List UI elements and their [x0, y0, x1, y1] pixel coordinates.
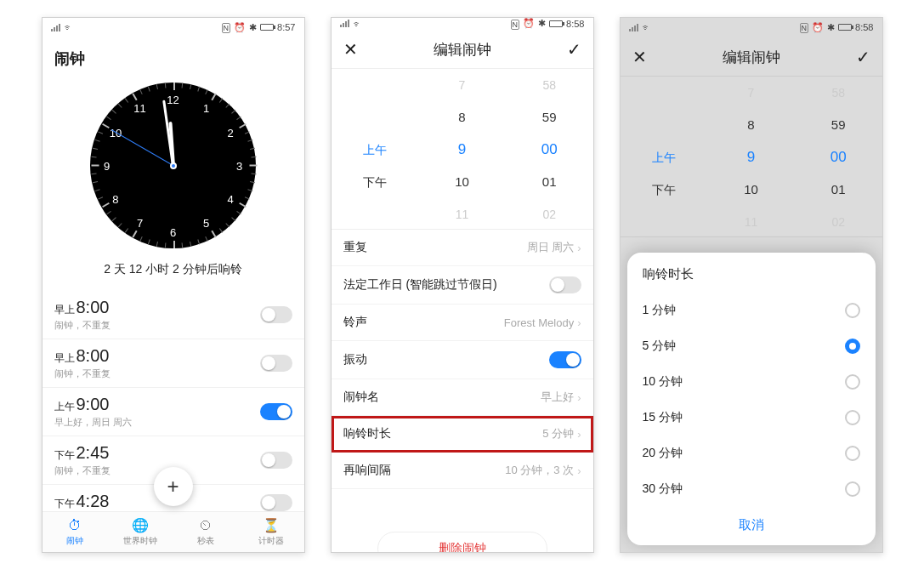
wifi-icon: ᯤ: [64, 22, 73, 32]
status-bar: ᯤ ⏰ ✱ 8:58: [621, 18, 882, 37]
screen-alarm-list: ᯤ ⏰ ✱ 8:57 闹钟 121234567891011 2 天 12 小时 …: [42, 17, 305, 553]
alarm-toggle[interactable]: [260, 494, 292, 511]
battery-icon: [260, 24, 274, 31]
row-holiday[interactable]: 法定工作日 (智能跳过节假日): [332, 266, 593, 305]
chevron-right-icon: ›: [577, 316, 581, 329]
confirm-icon[interactable]: ✓: [567, 39, 581, 60]
status-time: 8:58: [566, 19, 584, 29]
alarm-toggle[interactable]: [260, 452, 292, 469]
tab-world-clock[interactable]: 🌐世界时钟: [108, 512, 173, 552]
status-bar: ᯤ ⏰ ✱ 8:57: [43, 18, 304, 37]
nfc-icon: [222, 22, 231, 32]
alarm-toggle[interactable]: [260, 306, 292, 323]
signal-icon: [51, 24, 60, 31]
alarm-row[interactable]: 上午9:00早上好，周日 周六: [43, 388, 304, 436]
duration-option[interactable]: 30 分钟: [643, 471, 860, 507]
bottom-nav: ⏱闹钟 🌐世界时钟 ⏲秒表 ⏳计时器: [43, 511, 304, 552]
chevron-right-icon: ›: [577, 391, 581, 404]
battery-icon: [549, 20, 563, 27]
chevron-right-icon: ›: [577, 464, 581, 477]
row-repeat[interactable]: 重复 周日 周六›: [332, 230, 593, 266]
screen-duration-sheet: ᯤ ⏰ ✱ 8:58 ✕ 编辑闹钟 ✓ 上午 下午 7 8 9 10 11: [620, 17, 883, 553]
row-snooze[interactable]: 再响间隔 10 分钟，3 次›: [332, 453, 593, 489]
alarm-icon: ⏰: [234, 22, 246, 33]
confirm-icon[interactable]: ✓: [856, 47, 870, 67]
tab-alarm[interactable]: ⏱闹钟: [43, 512, 108, 552]
status-time: 8:57: [277, 22, 295, 32]
vibrate-toggle[interactable]: [549, 351, 581, 368]
page-title: 闹钟: [43, 37, 304, 74]
screen-edit-alarm: ᯤ ⏰ ✱ 8:58 ✕ 编辑闹钟 ✓ 上午 下午 7 8 9 10 11: [331, 17, 594, 553]
alarm-icon: ⏰: [523, 18, 535, 29]
alarm-icon: ⏰: [812, 22, 824, 33]
row-vibrate[interactable]: 振动: [332, 341, 593, 379]
radio-icon: [845, 446, 860, 461]
duration-option[interactable]: 5 分钟: [643, 328, 860, 364]
time-picker-dimmed: 上午 下午 7 8 9 10 11 58 59 00 01 02: [621, 77, 882, 237]
radio-icon: [845, 303, 860, 318]
alarm-toggle[interactable]: [260, 355, 292, 372]
alarm-settings: 重复 周日 周六› 法定工作日 (智能跳过节假日) 铃声 Forest Melo…: [332, 230, 593, 553]
alarm-toggle[interactable]: [260, 403, 292, 420]
analog-clock: 121234567891011 2 天 12 小时 2 分钟后响铃: [43, 74, 304, 291]
alarm-row[interactable]: 早上8:00闹钟，不重复: [43, 339, 304, 388]
edit-header: ✕ 编辑闹钟 ✓: [332, 29, 593, 69]
duration-option[interactable]: 15 分钟: [643, 400, 860, 436]
nfc-icon: [511, 19, 520, 29]
radio-icon: [845, 374, 860, 390]
add-alarm-button[interactable]: +: [154, 467, 193, 506]
bluetooth-icon: ✱: [538, 18, 546, 29]
chevron-right-icon: ›: [577, 242, 581, 254]
status-time: 8:58: [855, 22, 873, 32]
close-icon[interactable]: ✕: [343, 39, 358, 60]
radio-icon: [845, 339, 860, 354]
duration-bottom-sheet: 响铃时长 1 分钟5 分钟10 分钟15 分钟20 分钟30 分钟 取消: [627, 253, 876, 545]
battery-icon: [838, 24, 852, 31]
duration-option[interactable]: 10 分钟: [643, 364, 860, 400]
next-ring-text: 2 天 12 小时 2 分钟后响铃: [104, 262, 242, 277]
row-ringtone[interactable]: 铃声 Forest Melody›: [332, 305, 593, 341]
bluetooth-icon: ✱: [827, 22, 835, 33]
header-title: 编辑闹钟: [723, 48, 780, 67]
edit-header: ✕ 编辑闹钟 ✓: [621, 37, 882, 77]
tab-stopwatch[interactable]: ⏲秒表: [173, 512, 239, 552]
radio-icon: [845, 481, 860, 497]
chevron-right-icon: ›: [577, 428, 581, 441]
cancel-button[interactable]: 取消: [643, 507, 860, 538]
duration-option[interactable]: 1 分钟: [643, 293, 860, 328]
duration-option[interactable]: 20 分钟: [643, 436, 860, 471]
delete-alarm-button[interactable]: 删除闹钟: [377, 532, 547, 553]
alarm-row[interactable]: 早上8:00闹钟，不重复: [43, 291, 304, 339]
nfc-icon: [800, 22, 809, 32]
radio-icon: [845, 410, 860, 425]
status-bar: ᯤ ⏰ ✱ 8:58: [332, 18, 593, 29]
wifi-icon: ᯤ: [642, 22, 651, 32]
bluetooth-icon: ✱: [249, 22, 257, 33]
close-icon[interactable]: ✕: [632, 47, 647, 67]
row-name[interactable]: 闹钟名 早上好›: [332, 379, 593, 416]
holiday-toggle[interactable]: [549, 276, 581, 293]
sheet-title: 响铃时长: [643, 266, 860, 282]
signal-icon: [629, 24, 638, 31]
row-ring-duration[interactable]: 响铃时长 5 分钟›: [332, 416, 593, 453]
time-picker[interactable]: 上午 下午 7 8 9 10 11 58 59 00 01 02: [332, 69, 593, 230]
wifi-icon: ᯤ: [353, 19, 362, 29]
signal-icon: [340, 20, 349, 27]
tab-timer[interactable]: ⏳计时器: [239, 512, 304, 552]
header-title: 编辑闹钟: [434, 40, 491, 60]
